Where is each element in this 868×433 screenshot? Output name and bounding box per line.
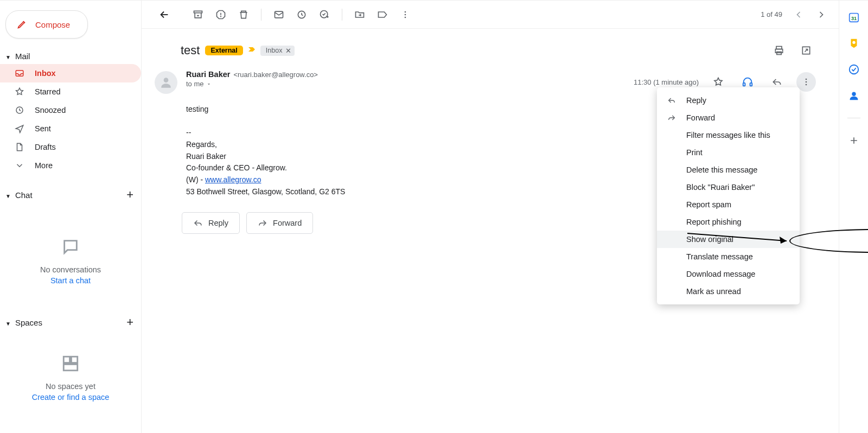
- to-line[interactable]: to me: [186, 80, 625, 88]
- calendar-icon[interactable]: 31: [848, 11, 860, 23]
- move-to-button[interactable]: [349, 4, 371, 26]
- reply-icon: [667, 96, 676, 105]
- labels-button[interactable]: [372, 4, 393, 26]
- create-space-link[interactable]: Create or find a space: [32, 393, 110, 402]
- svg-point-20: [806, 79, 807, 80]
- next-button[interactable]: [810, 4, 832, 26]
- sidebar-item-starred[interactable]: Starred: [0, 82, 141, 101]
- svg-rect-3: [71, 356, 77, 362]
- chat-section-header[interactable]: ▼Chat +: [0, 184, 141, 205]
- svg-point-11: [405, 14, 406, 15]
- subject-row: test External Inbox ✕: [142, 29, 839, 68]
- menu-item-translate[interactable]: Translate message: [657, 248, 800, 265]
- more-toolbar-button[interactable]: [394, 4, 416, 26]
- svg-point-28: [849, 65, 858, 74]
- sidebar-item-drafts[interactable]: Drafts: [0, 138, 141, 156]
- forward-label: Forward: [273, 219, 302, 227]
- reply-icon: [193, 218, 203, 228]
- menu-label: Translate message: [686, 252, 753, 261]
- open-new-window-button[interactable]: [796, 41, 816, 60]
- svg-point-17: [164, 78, 169, 82]
- forward-icon: [258, 218, 267, 228]
- spaces-section-header[interactable]: ▼Spaces +: [0, 312, 141, 333]
- external-badge: External: [205, 46, 242, 55]
- pagination: 1 of 49: [761, 10, 782, 18]
- sidebar-item-inbox[interactable]: Inbox: [0, 64, 141, 82]
- menu-label: Show original: [686, 235, 733, 244]
- toolbar: 1 of 49: [142, 1, 839, 29]
- print-button[interactable]: [769, 41, 789, 60]
- new-chat-button[interactable]: +: [126, 188, 133, 202]
- svg-point-29: [852, 92, 856, 96]
- tasks-icon[interactable]: [848, 63, 860, 75]
- sidebar-item-label: Sent: [35, 124, 51, 133]
- sidebar-item-snoozed[interactable]: Snoozed: [0, 101, 141, 119]
- sidebar-item-label: Snoozed: [35, 106, 66, 114]
- menu-item-print[interactable]: Print: [657, 144, 800, 161]
- menu-item-mark-unread[interactable]: Mark as unread: [657, 283, 800, 300]
- sidebar-item-more[interactable]: More: [0, 156, 141, 175]
- add-addon-icon[interactable]: [848, 135, 860, 147]
- remove-label-icon[interactable]: ✕: [285, 47, 291, 55]
- menu-label: Report phishing: [686, 218, 742, 226]
- chat-header-label: Chat: [15, 190, 33, 200]
- rail-divider: [847, 118, 860, 118]
- svg-rect-4: [63, 364, 78, 370]
- message-more-menu: Reply Forward Filter messages like this …: [657, 87, 800, 304]
- contacts-icon[interactable]: [848, 90, 860, 101]
- reply-button[interactable]: Reply: [182, 212, 240, 234]
- spaces-icon: [61, 354, 80, 374]
- svg-point-12: [405, 16, 406, 18]
- star-icon: [14, 87, 25, 97]
- report-spam-button[interactable]: [210, 4, 232, 26]
- sidebar-item-label: More: [35, 161, 53, 170]
- spaces-empty-state: No spaces yet Create or find a space: [0, 354, 141, 402]
- inbox-chip[interactable]: Inbox ✕: [260, 46, 295, 56]
- subject-title: test: [181, 43, 200, 58]
- svg-rect-2: [63, 356, 69, 362]
- menu-label: Mark as unread: [686, 287, 741, 296]
- new-space-button[interactable]: +: [126, 315, 133, 329]
- menu-label: Print: [686, 148, 703, 157]
- archive-button[interactable]: [187, 4, 209, 26]
- menu-label: Block "Ruari Baker": [686, 183, 755, 192]
- mail-section-header[interactable]: ▼Mail: [0, 48, 141, 64]
- signature-link[interactable]: www.allegrow.co: [205, 175, 261, 184]
- svg-point-6: [221, 16, 221, 16]
- compose-label: Compose: [35, 20, 70, 29]
- forward-button[interactable]: Forward: [246, 212, 313, 234]
- caret-down-icon: ▼: [5, 321, 11, 327]
- spaces-header-label: Spaces: [15, 318, 42, 327]
- avatar: [155, 71, 177, 94]
- delete-button[interactable]: [233, 4, 254, 26]
- menu-item-phishing[interactable]: Report phishing: [657, 213, 800, 231]
- chevron-down-icon: [14, 161, 25, 170]
- reply-label: Reply: [208, 219, 228, 227]
- keep-icon[interactable]: [848, 37, 860, 49]
- svg-point-22: [806, 84, 807, 86]
- inbox-icon: [14, 68, 25, 78]
- menu-item-reply[interactable]: Reply: [657, 92, 800, 109]
- prev-button[interactable]: [788, 4, 809, 26]
- compose-button[interactable]: Compose: [5, 10, 88, 39]
- menu-item-forward[interactable]: Forward: [657, 109, 800, 126]
- snooze-button[interactable]: [291, 4, 312, 26]
- menu-item-spam[interactable]: Report spam: [657, 196, 800, 213]
- menu-label: Report spam: [686, 200, 731, 209]
- message-time: 11:30 (1 minute ago): [634, 78, 699, 86]
- sidebar-item-sent[interactable]: Sent: [0, 119, 141, 138]
- sidebar-item-label: Inbox: [35, 69, 56, 78]
- menu-item-delete[interactable]: Delete this message: [657, 161, 800, 179]
- pencil-icon: [17, 18, 28, 31]
- menu-item-block[interactable]: Block "Ruari Baker": [657, 179, 800, 196]
- menu-item-filter[interactable]: Filter messages like this: [657, 126, 800, 144]
- from-name: Ruari Baker: [186, 70, 230, 79]
- mark-unread-button[interactable]: [268, 4, 290, 26]
- back-button[interactable]: [154, 4, 175, 26]
- menu-item-show-original[interactable]: Show original: [657, 231, 800, 248]
- add-to-tasks-button[interactable]: [314, 4, 335, 26]
- menu-label: Filter messages like this: [686, 131, 770, 139]
- label-arrow-icon: [247, 45, 256, 56]
- start-chat-link[interactable]: Start a chat: [50, 276, 91, 285]
- menu-item-download[interactable]: Download message: [657, 265, 800, 283]
